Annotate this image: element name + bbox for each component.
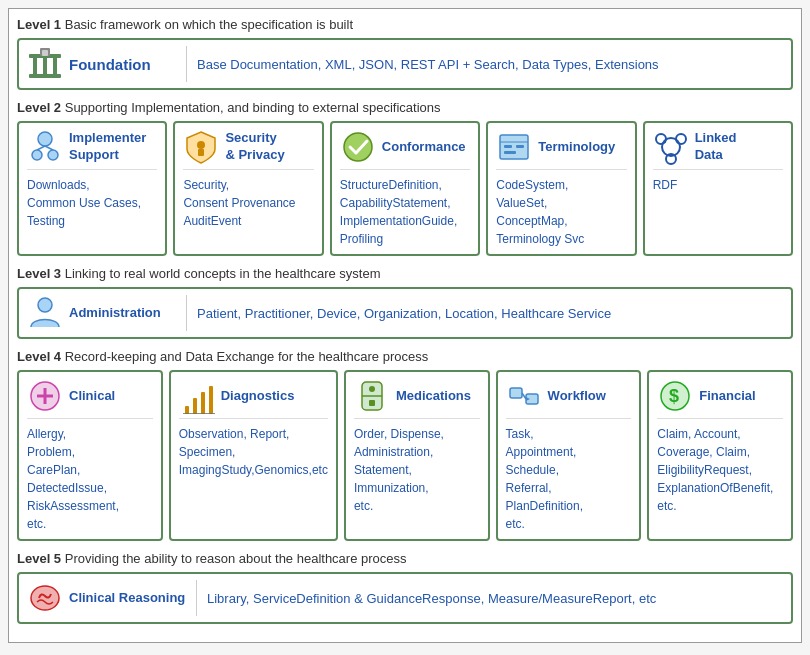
medications-link-admin[interactable]: Administration,: [354, 443, 480, 461]
svg-rect-3: [53, 58, 57, 74]
financial-link-claim[interactable]: Claim, Account,: [657, 425, 783, 443]
svg-point-21: [656, 134, 666, 144]
svg-point-14: [344, 133, 372, 161]
reasoning-link-servicedef[interactable]: ServiceDefinition: [253, 591, 351, 606]
linked-links: RDF: [653, 176, 783, 194]
reasoning-link-library[interactable]: Library: [207, 591, 246, 606]
terminology-link-codesystem[interactable]: CodeSystem,: [496, 176, 626, 194]
level5-description: Providing the ability to reason about th…: [65, 551, 407, 566]
conformance-link-structuredef[interactable]: StructureDefinition,: [340, 176, 470, 194]
workflow-link-appointment[interactable]: Appointment,: [506, 443, 632, 461]
linked-header: LinkedData: [653, 129, 783, 170]
diagnostics-link-obs[interactable]: Observation, Report,: [179, 425, 328, 443]
level2-section: Level 2 Supporting Implementation, and b…: [17, 100, 793, 256]
admin-link-healthcare[interactable]: Healthcare Service: [501, 306, 611, 321]
medications-etc: etc.: [354, 499, 373, 513]
terminology-link-terminologysvc[interactable]: Terminology Svc: [496, 230, 626, 248]
administration-title: Administration: [69, 305, 161, 322]
level4-cards: Clinical Allergy, Problem, CarePlan, Det…: [17, 370, 793, 541]
reasoning-link-measure[interactable]: Measure/MeasureReport: [488, 591, 632, 606]
diagnostics-icon: [179, 378, 215, 414]
svg-point-45: [31, 586, 59, 610]
svg-rect-17: [504, 145, 512, 148]
clinical-link-careplan[interactable]: CarePlan,: [27, 461, 153, 479]
foundation-links: Base Documentation, XML, JSON, REST API …: [197, 57, 659, 72]
financial-links: Claim, Account, Coverage, Claim, Eligibi…: [657, 425, 783, 515]
conformance-title: Conformance: [382, 139, 466, 156]
medications-link-immunization[interactable]: Immunization,: [354, 479, 480, 497]
financial-etc: etc.: [657, 499, 676, 513]
security-link-audit[interactable]: AuditEvent: [183, 212, 313, 230]
level5-header: Level 5 Providing the ability to reason …: [17, 551, 793, 566]
medications-link-statement[interactable]: Statement,: [354, 461, 480, 479]
conformance-link-implguide[interactable]: ImplementationGuide,: [340, 212, 470, 230]
terminology-icon: [496, 129, 532, 165]
level1-box: Foundation Base Documentation, XML, JSON…: [17, 38, 793, 90]
diagnostics-link-specimen[interactable]: Specimen,: [179, 443, 328, 461]
workflow-link-task[interactable]: Task,: [506, 425, 632, 443]
level5-label: Level 5: [17, 551, 61, 566]
svg-point-12: [197, 141, 205, 149]
level3-box: Administration Patient, Practitioner, De…: [17, 287, 793, 339]
level3-section: Level 3 Linking to real world concepts i…: [17, 266, 793, 339]
level1-section: Level 1 Basic framework on which the spe…: [17, 17, 793, 90]
clinical-link-riskassessment[interactable]: RiskAssessment,: [27, 497, 153, 515]
implementer-link-testing[interactable]: Testing: [27, 212, 157, 230]
svg-rect-4: [29, 74, 61, 78]
administration-links: Patient, Practitioner, Device, Organizat…: [197, 306, 611, 321]
workflow-header: Workflow: [506, 378, 632, 419]
card-clinical: Clinical Allergy, Problem, CarePlan, Det…: [17, 370, 163, 541]
implementer-link-downloads[interactable]: Downloads,: [27, 176, 157, 194]
linked-link-rdf[interactable]: RDF: [653, 176, 783, 194]
linked-icon: [653, 129, 689, 165]
implementer-header: ImplementerSupport: [27, 129, 157, 170]
clinical-link-etc[interactable]: etc.: [27, 515, 153, 533]
conformance-link-profiling[interactable]: Profiling: [340, 230, 470, 248]
clinical-header: Clinical: [27, 378, 153, 419]
financial-link-coverage[interactable]: Coverage, Claim,: [657, 443, 783, 461]
clinical-link-detectedissue[interactable]: DetectedIssue,: [27, 479, 153, 497]
conformance-link-capability[interactable]: CapabilityStatement,: [340, 194, 470, 212]
admin-link-location[interactable]: Location: [445, 306, 494, 321]
svg-point-26: [38, 298, 52, 312]
admin-link-organization[interactable]: Organization: [364, 306, 438, 321]
foundation-title[interactable]: Foundation: [69, 56, 151, 73]
terminology-link-valueset[interactable]: ValueSet,: [496, 194, 626, 212]
card-implementer: ImplementerSupport Downloads, Common Use…: [17, 121, 167, 256]
medications-link-order[interactable]: Order, Dispense,: [354, 425, 480, 443]
security-link-security[interactable]: Security,: [183, 176, 313, 194]
level1-description: Basic framework on which the specificati…: [65, 17, 353, 32]
card-conformance: Conformance StructureDefinition, Capabil…: [330, 121, 480, 256]
svg-line-11: [45, 146, 53, 150]
level2-header: Level 2 Supporting Implementation, and b…: [17, 100, 793, 115]
implementer-title: ImplementerSupport: [69, 130, 146, 164]
security-link-consent[interactable]: Consent Provenance: [183, 194, 313, 212]
financial-title: Financial: [699, 388, 755, 405]
card-diagnostics: Diagnostics Observation, Report, Specime…: [169, 370, 338, 541]
clinical-reasoning-icon-area: Clinical Reasoning: [27, 580, 197, 616]
reasoning-link-guidance[interactable]: GuidanceResponse: [366, 591, 480, 606]
implementer-icon: [27, 129, 63, 165]
diagnostics-link-imaging[interactable]: ImagingStudy,Genomics,etc: [179, 461, 328, 479]
financial-link-explanation[interactable]: ExplanationOfBenefit,: [657, 479, 783, 497]
implementer-link-common[interactable]: Common Use Cases,: [27, 194, 157, 212]
terminology-link-conceptmap[interactable]: ConceptMap,: [496, 212, 626, 230]
clinical-link-allergy[interactable]: Allergy,: [27, 425, 153, 443]
administration-icon: [27, 295, 63, 331]
admin-link-device[interactable]: Device: [317, 306, 357, 321]
financial-link-eligibility[interactable]: EligibilityRequest,: [657, 461, 783, 479]
admin-link-practitioner[interactable]: Practitioner: [245, 306, 310, 321]
workflow-link-referral[interactable]: Referral,: [506, 479, 632, 497]
clinical-link-problem[interactable]: Problem,: [27, 443, 153, 461]
workflow-link-plandef[interactable]: PlanDefinition,: [506, 497, 632, 515]
reasoning-etc: etc: [639, 591, 656, 606]
svg-point-22: [676, 134, 686, 144]
svg-point-7: [38, 132, 52, 146]
admin-link-patient[interactable]: Patient: [197, 306, 237, 321]
workflow-icon: [506, 378, 542, 414]
level5-box: Clinical Reasoning Library, ServiceDefin…: [17, 572, 793, 624]
workflow-link-schedule[interactable]: Schedule,: [506, 461, 632, 479]
card-financial: $ Financial Claim, Account, Coverage, Cl…: [647, 370, 793, 541]
svg-point-8: [32, 150, 42, 160]
level4-description: Record-keeping and Data Exchange for the…: [65, 349, 429, 364]
